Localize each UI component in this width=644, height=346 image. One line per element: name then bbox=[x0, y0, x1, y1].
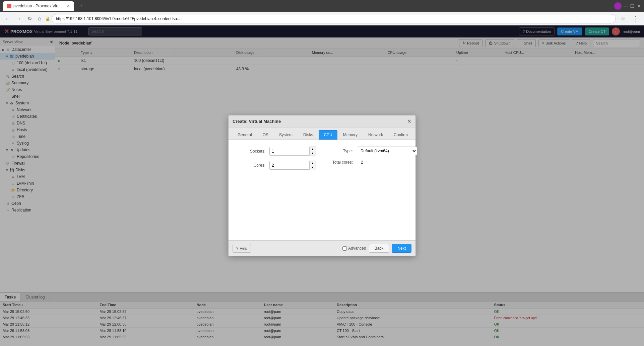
sockets-label: Sockets: bbox=[235, 149, 265, 154]
tab-network[interactable]: Network bbox=[363, 130, 388, 140]
cores-input[interactable] bbox=[269, 161, 310, 170]
total-cores-row: Total cores: 2 bbox=[323, 160, 417, 165]
footer-right: Advanced Back Next bbox=[342, 244, 411, 253]
dialog-overlay: Create: Virtual Machine ✕ General OS Sys… bbox=[0, 25, 644, 346]
form-columns: Sockets: ▲ ▼ Cores: bbox=[235, 147, 409, 175]
tab-cpu[interactable]: CPU bbox=[319, 130, 337, 140]
cores-spinbox: ▲ ▼ bbox=[269, 161, 316, 170]
type-select[interactable]: Default (kvm64) bbox=[357, 147, 417, 155]
home-button[interactable]: ⌂ bbox=[36, 14, 43, 23]
next-button-dialog[interactable]: Next bbox=[392, 244, 411, 253]
back-button-dialog[interactable]: Back bbox=[369, 244, 389, 253]
sockets-row: Sockets: ▲ ▼ bbox=[235, 147, 316, 156]
tab-title: pvedebian - Proxmox Virt... bbox=[13, 4, 62, 8]
cores-label: Cores: bbox=[235, 163, 265, 168]
tab-os[interactable]: OS bbox=[258, 130, 273, 140]
tab-disks[interactable]: Disks bbox=[298, 130, 318, 140]
sockets-spinbox-buttons: ▲ ▼ bbox=[310, 147, 316, 156]
dialog-tabs: General OS System Disks CPU Memory Netwo… bbox=[229, 127, 415, 140]
cores-decrement-button[interactable]: ▼ bbox=[310, 165, 316, 170]
minimize-button[interactable]: ─ bbox=[624, 3, 628, 9]
browser-tab[interactable]: pvedebian - Proxmox Virt... ✕ bbox=[3, 1, 74, 11]
forward-button[interactable]: → bbox=[14, 14, 23, 23]
total-cores-value: 2 bbox=[361, 160, 363, 165]
lock-icon: 🔒 bbox=[45, 16, 50, 21]
sockets-input[interactable] bbox=[269, 147, 310, 156]
back-button[interactable]: ← bbox=[3, 14, 12, 23]
browser-chrome: pvedebian - Proxmox Virt... ✕ + ─ ❐ ✕ bbox=[0, 0, 644, 12]
help-circle-icon: ? bbox=[236, 246, 238, 250]
restore-button[interactable]: ❐ bbox=[630, 3, 635, 9]
cores-increment-button[interactable]: ▲ bbox=[310, 161, 316, 165]
tab-confirm[interactable]: Confirm bbox=[389, 130, 413, 140]
cores-spinbox-buttons: ▲ ▼ bbox=[310, 161, 316, 170]
dialog-title: Create: Virtual Machine bbox=[233, 119, 281, 124]
form-right-col: Type: Default (kvm64) Total cores: 2 bbox=[323, 147, 417, 175]
cores-row: Cores: ▲ ▼ bbox=[235, 161, 316, 170]
dialog-footer: ? Help Advanced Back Next bbox=[229, 240, 415, 256]
bookmark-button[interactable]: ☆ bbox=[618, 14, 628, 23]
tab-favicon bbox=[7, 4, 11, 8]
dialog-header: Create: Virtual Machine ✕ bbox=[229, 115, 415, 127]
advanced-checkbox[interactable] bbox=[342, 246, 347, 251]
create-vm-dialog: Create: Virtual Machine ✕ General OS Sys… bbox=[228, 115, 416, 256]
reload-button[interactable]: ↻ bbox=[25, 14, 34, 23]
dialog-help-button[interactable]: ? Help bbox=[233, 244, 251, 253]
dialog-close-button[interactable]: ✕ bbox=[407, 118, 411, 124]
advanced-checkbox-label[interactable]: Advanced bbox=[342, 246, 366, 251]
sockets-spinbox: ▲ ▼ bbox=[269, 147, 316, 156]
new-tab-button[interactable]: + bbox=[77, 1, 86, 11]
sockets-decrement-button[interactable]: ▼ bbox=[310, 151, 316, 156]
browser-menu-button[interactable]: ⋮ bbox=[630, 14, 641, 24]
avatar-icon bbox=[614, 2, 622, 10]
dialog-body: Sockets: ▲ ▼ Cores: bbox=[229, 140, 415, 240]
total-cores-label: Total cores: bbox=[323, 160, 353, 165]
tab-memory[interactable]: Memory bbox=[338, 130, 363, 140]
footer-left: ? Help bbox=[233, 244, 251, 253]
tab-system[interactable]: System bbox=[274, 130, 298, 140]
type-label: Type: bbox=[323, 149, 353, 153]
browser-nav: ← → ↻ ⌂ 🔒 ☆ ⋮ bbox=[0, 12, 644, 25]
type-row: Type: Default (kvm64) bbox=[323, 147, 417, 155]
tab-general[interactable]: General bbox=[233, 130, 257, 140]
form-left-col: Sockets: ▲ ▼ Cores: bbox=[235, 147, 316, 175]
close-window-button[interactable]: ✕ bbox=[637, 3, 641, 9]
address-bar[interactable] bbox=[52, 14, 616, 23]
sockets-increment-button[interactable]: ▲ bbox=[310, 147, 316, 151]
close-tab-button[interactable]: ✕ bbox=[67, 4, 70, 8]
